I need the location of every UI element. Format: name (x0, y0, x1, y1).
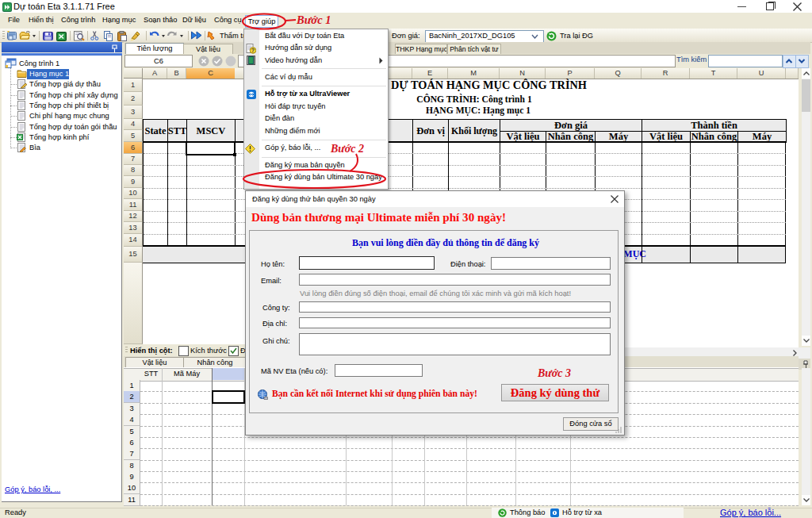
svg-text:?: ? (251, 48, 255, 53)
